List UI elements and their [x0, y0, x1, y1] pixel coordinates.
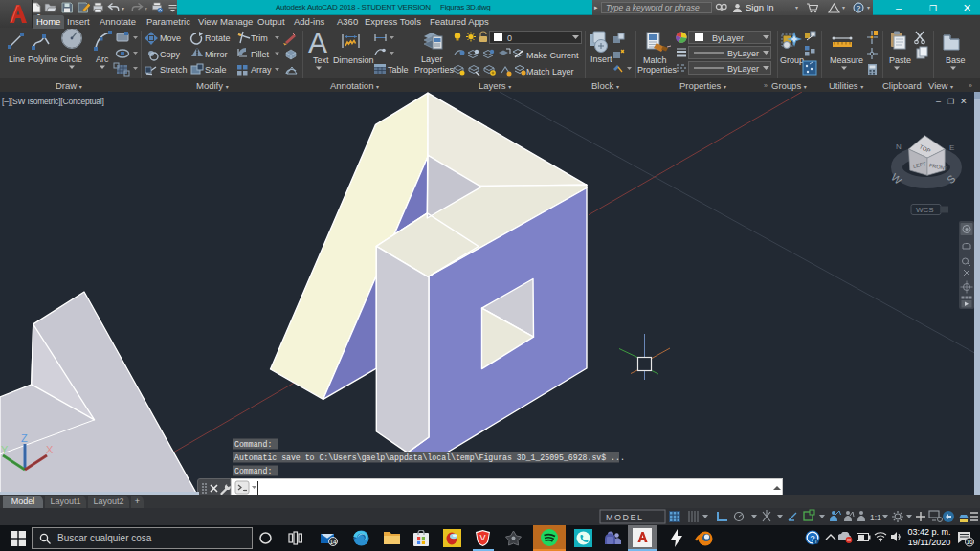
svg-text:A: A	[308, 29, 327, 58]
svg-text:ByLayer: ByLayer	[727, 49, 759, 58]
svg-text:1:1: 1:1	[870, 513, 881, 522]
svg-text:MODEL: MODEL	[606, 513, 644, 522]
svg-text:Rotate: Rotate	[205, 33, 231, 43]
svg-text:ByLayer: ByLayer	[727, 64, 759, 74]
svg-text:Scale: Scale	[205, 65, 227, 75]
svg-text:Stretch: Stretch	[160, 65, 188, 75]
svg-text:Match: Match	[643, 55, 667, 65]
svg-text:Z: Z	[21, 432, 28, 444]
svg-text:Insert: Insert	[590, 55, 612, 64]
svg-text:N: N	[896, 143, 902, 151]
svg-text:Trim: Trim	[251, 33, 268, 43]
svg-text:Command:: Command:	[234, 467, 272, 475]
svg-text:ByLayer: ByLayer	[712, 33, 744, 43]
svg-text:Polyline: Polyline	[28, 55, 58, 64]
svg-text:Layer: Layer	[421, 55, 443, 64]
svg-text:Circle: Circle	[60, 55, 82, 64]
svg-text:Y: Y	[1, 444, 9, 455]
svg-text:Table: Table	[388, 65, 409, 75]
svg-text:Mirror: Mirror	[205, 50, 228, 59]
svg-text:Move: Move	[160, 33, 181, 43]
svg-text:Fillet: Fillet	[251, 50, 270, 59]
svg-text:Array: Array	[251, 65, 272, 75]
svg-text:Properties: Properties	[414, 65, 455, 75]
svg-text:14: 14	[329, 539, 337, 545]
svg-text:Arc: Arc	[96, 55, 109, 64]
svg-text:Command:: Command:	[234, 440, 272, 449]
svg-text:WCS: WCS	[916, 206, 934, 214]
svg-text:Dimension: Dimension	[333, 55, 374, 65]
svg-text:Base: Base	[946, 55, 966, 65]
svg-text:Properties: Properties	[637, 65, 678, 75]
svg-text:Group: Group	[780, 55, 804, 65]
svg-text:Automatic save to C:\Users\gae: Automatic save to C:\Users\gaelp\appdata…	[234, 453, 625, 462]
svg-text:?: ?	[857, 4, 861, 12]
svg-text:Paste: Paste	[889, 55, 911, 65]
svg-text:Make Current: Make Current	[526, 51, 579, 60]
svg-text:16: 16	[966, 539, 973, 545]
svg-text:X: X	[46, 444, 54, 455]
svg-text:0: 0	[507, 33, 512, 43]
svg-text:E: E	[949, 143, 954, 152]
svg-text:Copy: Copy	[160, 50, 181, 59]
svg-text:Match Layer: Match Layer	[526, 67, 574, 77]
svg-text:Text: Text	[313, 55, 329, 65]
svg-text:Line: Line	[9, 55, 25, 64]
svg-text:V: V	[479, 533, 485, 542]
svg-text:Measure: Measure	[830, 55, 863, 65]
svg-text:i: i	[815, 539, 816, 544]
